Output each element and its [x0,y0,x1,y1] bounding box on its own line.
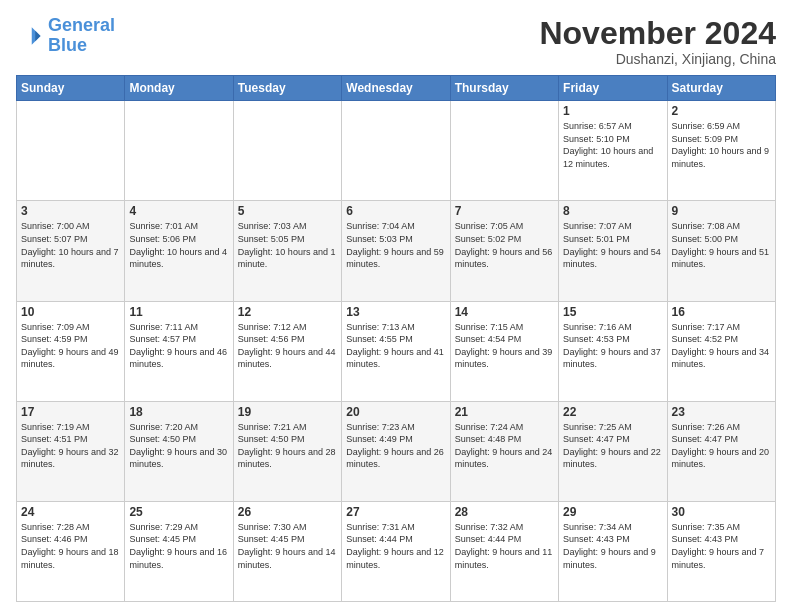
calendar-cell: 21Sunrise: 7:24 AM Sunset: 4:48 PM Dayli… [450,401,558,501]
day-number: 11 [129,305,228,319]
day-number: 17 [21,405,120,419]
calendar-header-row: Sunday Monday Tuesday Wednesday Thursday… [17,76,776,101]
day-info: Sunrise: 6:57 AM Sunset: 5:10 PM Dayligh… [563,120,662,170]
month-title: November 2024 [539,16,776,51]
day-info: Sunrise: 7:34 AM Sunset: 4:43 PM Dayligh… [563,521,662,571]
logo-line1: General [48,15,115,35]
calendar-cell: 13Sunrise: 7:13 AM Sunset: 4:55 PM Dayli… [342,301,450,401]
calendar-cell: 25Sunrise: 7:29 AM Sunset: 4:45 PM Dayli… [125,501,233,601]
day-info: Sunrise: 7:12 AM Sunset: 4:56 PM Dayligh… [238,321,337,371]
day-number: 26 [238,505,337,519]
day-info: Sunrise: 6:59 AM Sunset: 5:09 PM Dayligh… [672,120,771,170]
day-info: Sunrise: 7:05 AM Sunset: 5:02 PM Dayligh… [455,220,554,270]
day-number: 30 [672,505,771,519]
calendar-cell: 16Sunrise: 7:17 AM Sunset: 4:52 PM Dayli… [667,301,775,401]
header: General Blue November 2024 Dushanzi, Xin… [16,16,776,67]
day-info: Sunrise: 7:00 AM Sunset: 5:07 PM Dayligh… [21,220,120,270]
calendar-week-3: 17Sunrise: 7:19 AM Sunset: 4:51 PM Dayli… [17,401,776,501]
calendar-cell: 12Sunrise: 7:12 AM Sunset: 4:56 PM Dayli… [233,301,341,401]
day-info: Sunrise: 7:09 AM Sunset: 4:59 PM Dayligh… [21,321,120,371]
day-number: 6 [346,204,445,218]
col-thursday: Thursday [450,76,558,101]
day-number: 12 [238,305,337,319]
day-number: 3 [21,204,120,218]
day-info: Sunrise: 7:03 AM Sunset: 5:05 PM Dayligh… [238,220,337,270]
calendar-cell: 6Sunrise: 7:04 AM Sunset: 5:03 PM Daylig… [342,201,450,301]
logo: General Blue [16,16,115,56]
logo-line2: Blue [48,35,87,55]
calendar-cell [450,101,558,201]
day-number: 1 [563,104,662,118]
day-info: Sunrise: 7:20 AM Sunset: 4:50 PM Dayligh… [129,421,228,471]
calendar-cell: 4Sunrise: 7:01 AM Sunset: 5:06 PM Daylig… [125,201,233,301]
svg-marker-2 [35,31,40,42]
calendar-cell: 23Sunrise: 7:26 AM Sunset: 4:47 PM Dayli… [667,401,775,501]
day-number: 20 [346,405,445,419]
location: Dushanzi, Xinjiang, China [539,51,776,67]
calendar-cell [233,101,341,201]
day-number: 4 [129,204,228,218]
calendar-cell: 9Sunrise: 7:08 AM Sunset: 5:00 PM Daylig… [667,201,775,301]
day-info: Sunrise: 7:21 AM Sunset: 4:50 PM Dayligh… [238,421,337,471]
day-number: 25 [129,505,228,519]
day-number: 19 [238,405,337,419]
day-number: 24 [21,505,120,519]
day-info: Sunrise: 7:30 AM Sunset: 4:45 PM Dayligh… [238,521,337,571]
day-number: 7 [455,204,554,218]
page: General Blue November 2024 Dushanzi, Xin… [0,0,792,612]
col-saturday: Saturday [667,76,775,101]
day-info: Sunrise: 7:07 AM Sunset: 5:01 PM Dayligh… [563,220,662,270]
day-number: 16 [672,305,771,319]
calendar-cell [342,101,450,201]
calendar-cell [17,101,125,201]
day-info: Sunrise: 7:26 AM Sunset: 4:47 PM Dayligh… [672,421,771,471]
day-info: Sunrise: 7:17 AM Sunset: 4:52 PM Dayligh… [672,321,771,371]
calendar-cell: 29Sunrise: 7:34 AM Sunset: 4:43 PM Dayli… [559,501,667,601]
col-wednesday: Wednesday [342,76,450,101]
day-info: Sunrise: 7:25 AM Sunset: 4:47 PM Dayligh… [563,421,662,471]
calendar-cell: 18Sunrise: 7:20 AM Sunset: 4:50 PM Dayli… [125,401,233,501]
calendar-cell: 27Sunrise: 7:31 AM Sunset: 4:44 PM Dayli… [342,501,450,601]
calendar-cell: 8Sunrise: 7:07 AM Sunset: 5:01 PM Daylig… [559,201,667,301]
col-sunday: Sunday [17,76,125,101]
day-number: 27 [346,505,445,519]
col-tuesday: Tuesday [233,76,341,101]
day-number: 2 [672,104,771,118]
calendar-cell: 20Sunrise: 7:23 AM Sunset: 4:49 PM Dayli… [342,401,450,501]
day-info: Sunrise: 7:13 AM Sunset: 4:55 PM Dayligh… [346,321,445,371]
calendar-cell [125,101,233,201]
calendar-cell: 11Sunrise: 7:11 AM Sunset: 4:57 PM Dayli… [125,301,233,401]
calendar-week-4: 24Sunrise: 7:28 AM Sunset: 4:46 PM Dayli… [17,501,776,601]
calendar-cell: 15Sunrise: 7:16 AM Sunset: 4:53 PM Dayli… [559,301,667,401]
calendar-week-1: 3Sunrise: 7:00 AM Sunset: 5:07 PM Daylig… [17,201,776,301]
day-info: Sunrise: 7:11 AM Sunset: 4:57 PM Dayligh… [129,321,228,371]
calendar-cell: 14Sunrise: 7:15 AM Sunset: 4:54 PM Dayli… [450,301,558,401]
calendar-cell: 10Sunrise: 7:09 AM Sunset: 4:59 PM Dayli… [17,301,125,401]
logo-text: General Blue [48,16,115,56]
day-number: 13 [346,305,445,319]
day-info: Sunrise: 7:24 AM Sunset: 4:48 PM Dayligh… [455,421,554,471]
day-info: Sunrise: 7:32 AM Sunset: 4:44 PM Dayligh… [455,521,554,571]
calendar-cell: 22Sunrise: 7:25 AM Sunset: 4:47 PM Dayli… [559,401,667,501]
calendar-cell: 5Sunrise: 7:03 AM Sunset: 5:05 PM Daylig… [233,201,341,301]
day-number: 29 [563,505,662,519]
day-number: 23 [672,405,771,419]
col-monday: Monday [125,76,233,101]
calendar-cell: 19Sunrise: 7:21 AM Sunset: 4:50 PM Dayli… [233,401,341,501]
col-friday: Friday [559,76,667,101]
day-number: 5 [238,204,337,218]
day-info: Sunrise: 7:19 AM Sunset: 4:51 PM Dayligh… [21,421,120,471]
day-info: Sunrise: 7:28 AM Sunset: 4:46 PM Dayligh… [21,521,120,571]
day-info: Sunrise: 7:29 AM Sunset: 4:45 PM Dayligh… [129,521,228,571]
day-number: 10 [21,305,120,319]
calendar-week-2: 10Sunrise: 7:09 AM Sunset: 4:59 PM Dayli… [17,301,776,401]
calendar-cell: 28Sunrise: 7:32 AM Sunset: 4:44 PM Dayli… [450,501,558,601]
day-number: 22 [563,405,662,419]
day-info: Sunrise: 7:16 AM Sunset: 4:53 PM Dayligh… [563,321,662,371]
day-number: 18 [129,405,228,419]
day-number: 14 [455,305,554,319]
calendar-cell: 24Sunrise: 7:28 AM Sunset: 4:46 PM Dayli… [17,501,125,601]
logo-icon [16,22,44,50]
day-number: 9 [672,204,771,218]
day-number: 21 [455,405,554,419]
